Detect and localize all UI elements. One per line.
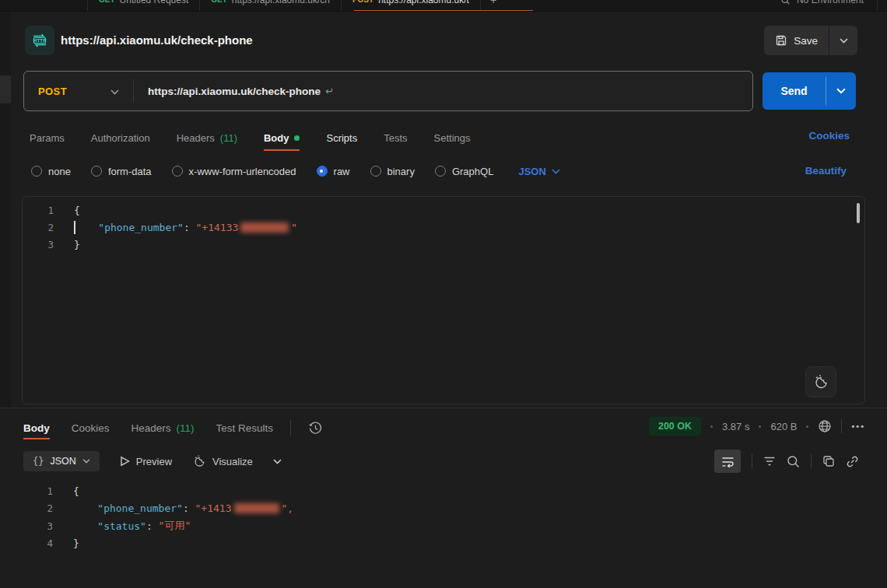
radio-none[interactable]: none	[31, 166, 71, 177]
environment-selector[interactable]: No Environment	[780, 0, 864, 5]
tab-response-body[interactable]: Body	[23, 422, 50, 434]
response-format-dropdown[interactable]: {} JSON	[23, 451, 100, 471]
json-value: "+14133	[196, 222, 239, 233]
beautify-link[interactable]: Beautify	[805, 165, 847, 177]
tab-response-headers[interactable]: Headers(11)	[131, 422, 195, 434]
json-value: "可用"	[159, 519, 191, 533]
tab-tests[interactable]: Tests	[384, 132, 407, 144]
radio-x-www-form-urlencoded[interactable]: x-www-form-urlencoded	[172, 166, 296, 177]
request-tab-label: Untitled Request	[120, 0, 189, 5]
tab-params[interactable]: Params	[30, 132, 65, 144]
enter-hint-icon: ↵	[325, 86, 334, 97]
network-info-button[interactable]	[818, 419, 832, 433]
environment-label: No Environment	[797, 0, 864, 5]
search-button[interactable]	[787, 455, 800, 468]
new-tab-button[interactable]: +	[481, 0, 506, 6]
tab-settings[interactable]: Settings	[434, 132, 471, 144]
format-label: JSON	[518, 166, 545, 177]
method-badge: POST	[352, 0, 373, 4]
collapsed-sidebar[interactable]	[0, 12, 11, 408]
radio-icon	[370, 166, 381, 177]
save-options-button[interactable]	[829, 26, 857, 55]
tab-test-results[interactable]: Test Results	[216, 422, 274, 434]
tab-body[interactable]: Body	[264, 132, 300, 144]
line-number: 3	[22, 520, 53, 532]
radio-raw-selected[interactable]: raw	[317, 166, 350, 177]
response-meta: 200 OK 3.87 s 620 B •••	[649, 417, 865, 436]
play-icon	[120, 456, 130, 467]
sidebar-scroll-thumb[interactable]	[0, 75, 11, 103]
request-title: https://api.xiaomu.uk/check-phone	[61, 33, 253, 47]
send-split-button: Send	[763, 72, 856, 110]
active-tab-underline	[23, 438, 50, 439]
radio-binary[interactable]: binary	[370, 166, 415, 177]
code-line: 1{	[23, 201, 864, 219]
request-tab-1[interactable]: GET Untitled Request	[87, 0, 200, 12]
dot-separator-icon	[759, 425, 761, 428]
response-size[interactable]: 620 B	[770, 421, 797, 432]
format-dropdown[interactable]: JSON	[518, 166, 559, 177]
method-selector[interactable]: POST	[24, 84, 133, 98]
chevron-down-icon	[840, 38, 848, 44]
url-input[interactable]: https://api.xiaomu.uk/check-phone↵	[148, 85, 334, 97]
svg-text:HTTP: HTTP	[33, 38, 47, 43]
request-header: HTTP https://api.xiaomu.uk/check-phone S…	[11, 12, 887, 70]
divider	[290, 420, 291, 436]
editor-scrollbar[interactable]	[857, 203, 860, 223]
preview-button[interactable]: Preview	[120, 456, 172, 467]
body-type-options: none form-data x-www-form-urlencoded raw…	[31, 159, 560, 183]
status-badge[interactable]: 200 OK	[649, 417, 701, 436]
radio-form-data[interactable]: form-data	[91, 166, 152, 177]
url-input-bar: POST https://api.xiaomu.uk/check-phone↵	[23, 71, 753, 111]
response-body-viewer[interactable]: 1{ 2 "phone_number": "+1413", 3 "status"…	[22, 482, 865, 552]
redaction-blur	[234, 503, 279, 513]
response-time[interactable]: 3.87 s	[722, 421, 749, 432]
tab-response-cookies[interactable]: Cookies	[72, 422, 110, 434]
code-line: 2 "phone_number": "+1413",	[22, 500, 865, 518]
send-button[interactable]: Send	[763, 72, 826, 110]
response-section-tabs: Body Cookies Headers(11) Test Results	[23, 415, 323, 440]
tab-headers[interactable]: Headers(11)	[177, 132, 237, 144]
response-tools	[714, 450, 859, 473]
postbot-button[interactable]	[805, 366, 836, 397]
link-button[interactable]	[846, 455, 859, 468]
app-window: GET Untitled Request GET https://api.xia…	[0, 0, 887, 588]
line-number: 1	[22, 485, 53, 497]
radio-graphql[interactable]: GraphQL	[435, 166, 493, 177]
globe-icon	[818, 419, 832, 433]
more-options-icon[interactable]: •••	[851, 422, 865, 431]
visualize-button[interactable]: Visualize	[192, 454, 253, 468]
modified-dot-icon	[294, 135, 300, 141]
copy-button[interactable]	[822, 455, 835, 467]
divider	[133, 79, 134, 103]
request-tab-2[interactable]: GET https://api.xiaomu.uk/ch	[200, 0, 342, 12]
visualize-options-button[interactable]	[273, 459, 282, 464]
save-icon	[775, 34, 787, 47]
search-icon	[787, 455, 800, 468]
radio-icon	[91, 166, 102, 177]
radio-icon	[31, 166, 42, 177]
divider	[877, 0, 878, 12]
cookies-link[interactable]: Cookies	[808, 130, 850, 142]
code-line: 3 "status": "可用"	[22, 517, 865, 535]
line-number: 3	[23, 239, 54, 250]
request-body-editor[interactable]: 1{ 2 "phone_number": "+14133" 3}	[22, 196, 865, 404]
active-tab-underline	[354, 10, 533, 12]
request-section-tabs: Params Authorization Headers(11) Body Sc…	[30, 123, 471, 152]
json-value: "+1413	[195, 502, 232, 514]
send-options-button[interactable]	[826, 72, 856, 110]
json-key: "status"	[97, 520, 146, 532]
wrap-text-button[interactable]	[714, 450, 741, 473]
link-icon	[846, 455, 859, 468]
method-badge: GET	[99, 0, 115, 4]
tab-scripts[interactable]: Scripts	[326, 132, 357, 144]
filter-button[interactable]	[763, 456, 776, 467]
active-tab-underline	[264, 149, 300, 151]
response-history-button[interactable]	[308, 421, 323, 436]
dot-separator-icon	[806, 425, 808, 428]
save-button[interactable]: Save	[764, 26, 829, 55]
divider	[0, 408, 887, 408]
dot-separator-icon	[710, 425, 713, 428]
redaction-blur	[240, 222, 289, 233]
tab-authorization[interactable]: Authorization	[91, 132, 150, 144]
